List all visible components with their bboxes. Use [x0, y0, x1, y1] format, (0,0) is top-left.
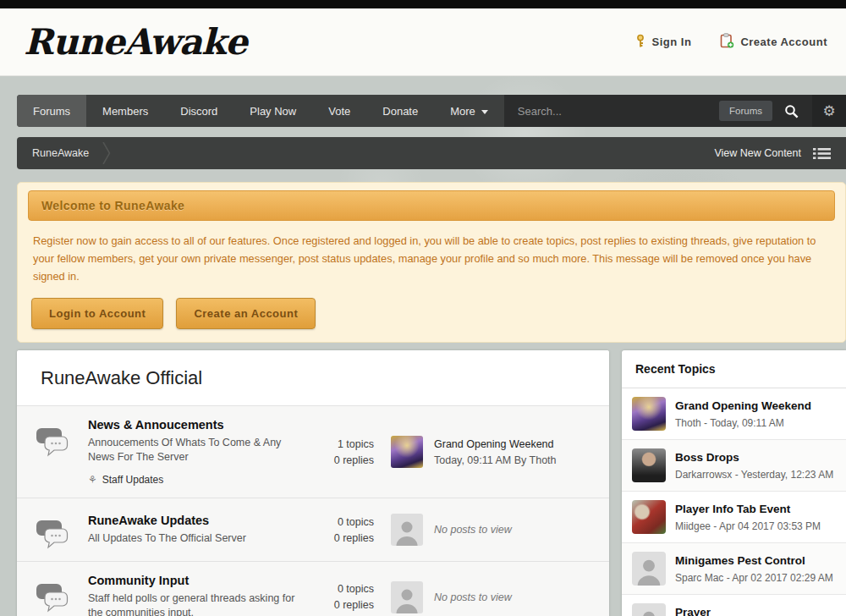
- subforum-link[interactable]: ⚘ Staff Updates: [88, 474, 298, 486]
- forum-row-main: Community Input Staff held polls or gene…: [88, 574, 305, 616]
- topic-meta: Miidgee - Apr 04 2017 03:53 PM: [675, 520, 821, 532]
- forum-stats: 1 topics 0 replies: [305, 434, 391, 470]
- main-nav: Forums Members Discord Play Now Vote Don…: [17, 95, 846, 127]
- welcome-buttons: Login to Account Create an Account: [28, 298, 835, 331]
- site-header: RuneAwake Sign In Create Account: [0, 8, 846, 76]
- forum-title[interactable]: RuneAwake Updates: [88, 514, 298, 527]
- search-scope-button[interactable]: Forums: [719, 101, 772, 121]
- forum-row: Community Input Staff held polls or gene…: [17, 561, 609, 616]
- welcome-message: Register now to gain access to all of ou…: [33, 232, 830, 285]
- last-post: Grand Opening Weekend Today, 09:11 AM By…: [391, 436, 609, 468]
- topic-item: Prayer Sparc Mac - Apr 02 2017 02:17 AM: [622, 595, 846, 616]
- topics-count: 1 topics: [305, 438, 374, 450]
- nav-label: Vote: [328, 105, 350, 118]
- no-posts-text: No posts to view: [434, 524, 512, 536]
- topic-info: Prayer Sparc Mac - Apr 02 2017 02:17 AM: [675, 606, 833, 616]
- search-input[interactable]: [518, 105, 719, 118]
- forum-description: All Updates To The Official Server: [88, 531, 298, 546]
- topic-title[interactable]: Boss Drops: [675, 451, 833, 464]
- sign-in-button[interactable]: Sign In: [634, 34, 692, 51]
- chevron-down-icon: [481, 110, 488, 114]
- subforum-label: Staff Updates: [102, 474, 164, 486]
- recent-topics-panel: Recent Topics Grand Opening Weekend Thot…: [622, 350, 846, 616]
- nav-item-members[interactable]: Members: [86, 95, 164, 127]
- replies-count: 0 replies: [305, 599, 374, 611]
- topic-meta: Thoth - Today, 09:11 AM: [675, 417, 811, 429]
- avatar[interactable]: [632, 448, 666, 482]
- nav-label: Play Now: [250, 105, 296, 118]
- forum-category-panel: RuneAwake Official News & Annoucements A…: [17, 350, 609, 616]
- top-strip: [0, 0, 846, 8]
- recent-topics-title: Recent Topics: [622, 350, 846, 388]
- create-an-account-button[interactable]: Create an Account: [176, 298, 316, 329]
- topics-count: 0 topics: [305, 516, 374, 528]
- topic-item: Boss Drops Darkarrowsx - Yesterday, 12:2…: [622, 440, 846, 492]
- nav-item-donate[interactable]: Donate: [366, 95, 434, 127]
- forum-stats: 0 topics 0 replies: [305, 579, 391, 615]
- breadcrumb-right: View New Content: [714, 147, 831, 160]
- nav-item-discord[interactable]: Discord: [164, 95, 233, 127]
- last-post: No posts to view: [391, 581, 609, 613]
- nav-label: Forums: [33, 105, 70, 118]
- topics-count: 0 topics: [305, 583, 374, 595]
- content-list-icon[interactable]: [813, 147, 831, 160]
- gear-icon: ⚙: [822, 102, 835, 120]
- nav-item-vote[interactable]: Vote: [312, 95, 366, 127]
- replies-count: 0 replies: [305, 454, 374, 466]
- topic-item: Grand Opening Weekend Thoth - Today, 09:…: [622, 388, 846, 440]
- topic-info: Boss Drops Darkarrowsx - Yesterday, 12:2…: [675, 451, 833, 481]
- nav-item-more[interactable]: More: [434, 95, 504, 127]
- nav-item-forums[interactable]: Forums: [17, 95, 86, 127]
- forum-stats: 0 topics 0 replies: [305, 512, 391, 548]
- topic-info: Grand Opening Weekend Thoth - Today, 09:…: [675, 399, 811, 429]
- topic-meta: Sparc Mac - Apr 02 2017 02:29 AM: [675, 572, 833, 584]
- avatar[interactable]: [632, 397, 666, 431]
- sign-in-label: Sign In: [652, 36, 692, 48]
- welcome-title: Welcome to RuneAwake: [28, 190, 835, 221]
- header-actions: Sign In Create Account: [634, 33, 827, 51]
- subforum-icon: ⚘: [88, 474, 97, 486]
- topic-title[interactable]: Prayer: [675, 606, 833, 616]
- topic-title[interactable]: Grand Opening Weekend: [675, 399, 811, 412]
- replies-count: 0 replies: [305, 532, 374, 544]
- topic-title[interactable]: Player Info Tab Event: [675, 503, 821, 515]
- login-to-account-button[interactable]: Login to Account: [31, 298, 163, 329]
- topic-title[interactable]: Minigames Pest Control: [675, 554, 833, 567]
- nav-item-play-now[interactable]: Play Now: [233, 95, 312, 127]
- topic-info: Minigames Pest Control Sparc Mac - Apr 0…: [675, 554, 833, 584]
- nav-label: Donate: [382, 105, 418, 118]
- forum-description: Staff held polls or general threads aski…: [88, 591, 298, 616]
- avatar[interactable]: [391, 436, 423, 468]
- settings-button[interactable]: ⚙: [812, 95, 846, 127]
- last-post-title[interactable]: Grand Opening Weekend: [434, 438, 557, 450]
- avatar-placeholder: [391, 514, 423, 546]
- clipboard-add-icon: [720, 33, 734, 51]
- topic-item: Player Info Tab Event Miidgee - Apr 04 2…: [622, 492, 846, 543]
- forum-row: News & Annoucements Annoucements Of What…: [17, 405, 609, 498]
- forum-description: Annoucements Of Whats To Come & Any News…: [88, 436, 298, 465]
- topic-meta: Darkarrowsx - Yesterday, 12:23 AM: [675, 469, 833, 481]
- forum-title[interactable]: Community Input: [88, 574, 298, 587]
- view-new-content-button[interactable]: View New Content: [714, 147, 801, 159]
- forum-row-main: News & Annoucements Annoucements Of What…: [88, 418, 305, 486]
- forum-title[interactable]: News & Annoucements: [88, 418, 298, 432]
- category-title[interactable]: RuneAwake Official: [17, 350, 609, 405]
- site-logo[interactable]: RuneAwake: [24, 21, 247, 63]
- avatar-placeholder: [391, 581, 423, 613]
- key-icon: [634, 34, 646, 51]
- last-post-meta: Today, 09:11 AM By Thoth: [434, 454, 557, 466]
- chevron-right-icon: [102, 142, 111, 164]
- welcome-panel: Welcome to RuneAwake Register now to gai…: [17, 182, 846, 343]
- create-account-button[interactable]: Create Account: [720, 33, 827, 51]
- avatar-placeholder: [632, 603, 666, 616]
- last-post-info: Grand Opening Weekend Today, 09:11 AM By…: [434, 438, 557, 466]
- topic-info: Player Info Tab Event Miidgee - Apr 04 2…: [675, 503, 821, 532]
- last-post: No posts to view: [391, 514, 609, 546]
- breadcrumb-site[interactable]: RuneAwake: [32, 147, 89, 159]
- forum-row-main: RuneAwake Updates All Updates To The Off…: [88, 514, 305, 546]
- topic-item: Minigames Pest Control Sparc Mac - Apr 0…: [622, 543, 846, 595]
- avatar-placeholder: [632, 552, 666, 586]
- avatar[interactable]: [632, 500, 666, 534]
- nav-label: Discord: [180, 105, 217, 118]
- search-icon[interactable]: [784, 104, 799, 118]
